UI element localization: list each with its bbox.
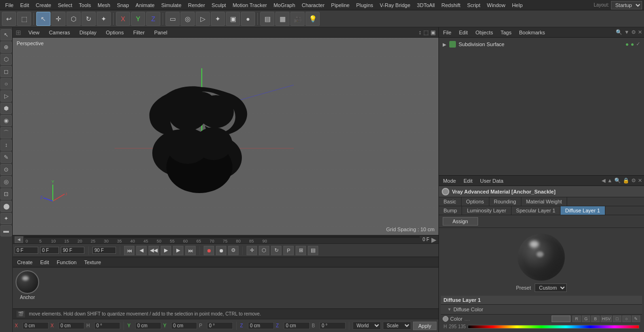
menu-help[interactable]: Help	[509, 1, 526, 9]
particle-button[interactable]: ●	[241, 12, 255, 26]
attr-back-icon[interactable]: ◀	[602, 178, 605, 184]
left-tool-5[interactable]: ○	[0, 78, 12, 89]
x-size-input[interactable]	[58, 322, 84, 329]
play-backward-button[interactable]: ◀◀	[149, 246, 159, 255]
timeline-expand[interactable]: ▶	[431, 236, 437, 243]
layout-dropdown[interactable]: Startup	[611, 1, 642, 9]
color-tool-1[interactable]: R	[572, 316, 581, 322]
color-tool-2[interactable]: G	[582, 316, 590, 322]
x-axis-button[interactable]: X	[116, 12, 130, 26]
attr-tab-material-weight[interactable]: Material Weight	[521, 197, 567, 206]
obj-search-icon[interactable]: 🔍	[616, 29, 622, 35]
grid-key-button[interactable]: ⊞	[296, 246, 306, 255]
coord-scale-dropdown[interactable]: Scale Size	[383, 322, 411, 330]
attr-tab-rounding[interactable]: Rounding	[489, 197, 521, 206]
attr-tab-diffuse[interactable]: Diffuse Layer 1	[561, 206, 605, 215]
z-size-input[interactable]	[284, 322, 310, 329]
menu-vray[interactable]: V-Ray Bridge	[377, 1, 414, 9]
y-axis-button[interactable]: Y	[131, 12, 145, 26]
b-rotation-input[interactable]	[320, 322, 346, 329]
render-settings-button[interactable]: ▦	[275, 12, 289, 26]
left-tool-7[interactable]: ⬢	[0, 103, 12, 114]
record-auto-button[interactable]: ⏺	[216, 246, 226, 255]
timeline-track[interactable]: 0 5 10 15 20 25 30 35 40 45 50 55 60 65 …	[24, 236, 420, 243]
left-tool-12[interactable]: ⊙	[0, 164, 12, 175]
vp-menu-cameras[interactable]: Cameras	[47, 29, 73, 36]
menu-simulate[interactable]: Simulate	[158, 1, 185, 9]
assign-button[interactable]: Assign	[443, 217, 478, 226]
mat-texture-menu[interactable]: Texture	[82, 259, 103, 266]
menu-redshift[interactable]: Redshift	[438, 1, 463, 9]
y-position-input[interactable]	[135, 322, 161, 329]
menu-animate[interactable]: Animate	[132, 1, 158, 9]
move-key-button[interactable]: ✛	[247, 246, 257, 255]
3d-viewport[interactable]: Perspective	[13, 38, 438, 235]
menu-script[interactable]: Script	[464, 1, 484, 9]
attr-tab-specular[interactable]: Specular Layer 1	[512, 206, 561, 215]
menu-3dtoall[interactable]: 3DToAll	[413, 1, 438, 9]
diffuse-expand-icon[interactable]: ▼	[447, 307, 452, 312]
vp-menu-filter[interactable]: Filter	[131, 29, 147, 36]
camera-button[interactable]: 🎥	[290, 12, 305, 26]
attr-up-icon[interactable]: ▲	[607, 178, 612, 184]
step-back-button[interactable]: ◀	[136, 246, 147, 255]
attr-tab-luminosity[interactable]: Luminosity Layer	[462, 206, 511, 215]
attr-tab-bump[interactable]: Bump	[439, 206, 462, 215]
left-tool-16[interactable]: ✦	[0, 213, 12, 224]
attr-settings-icon[interactable]: ⚙	[631, 178, 636, 184]
p-rotation-input[interactable]	[207, 322, 233, 329]
attr-close-icon[interactable]: ✕	[638, 178, 642, 184]
color-eyedropper[interactable]: ✎	[632, 316, 640, 322]
rotate-tool-button[interactable]: ↻	[82, 12, 96, 26]
obj-bookmarks-menu[interactable]: Bookmarks	[517, 29, 547, 36]
vp-menu-display[interactable]: Display	[77, 29, 99, 36]
menu-select[interactable]: Select	[55, 1, 76, 9]
end-frame-input[interactable]	[61, 247, 84, 254]
left-tool-13[interactable]: ◎	[0, 176, 12, 187]
menu-edit[interactable]: Edit	[17, 1, 33, 9]
obj-edit-menu[interactable]: Edit	[456, 29, 470, 36]
current-frame-input[interactable]	[40, 247, 59, 254]
obj-render-icon[interactable]: ●	[631, 41, 634, 48]
attr-tab-options[interactable]: Options	[462, 197, 489, 206]
color-picker-2[interactable]: ○	[622, 316, 631, 322]
menu-character[interactable]: Character	[298, 1, 328, 9]
menu-pipeline[interactable]: Pipeline	[328, 1, 353, 9]
vp-menu-view[interactable]: View	[26, 29, 42, 36]
material-item-anchor[interactable]: Anchor	[16, 270, 39, 300]
color-swatch[interactable]	[552, 316, 570, 322]
color-hsv[interactable]: HSV	[601, 316, 612, 322]
goto-start-button[interactable]: ⏮	[124, 246, 134, 255]
obj-tags-menu[interactable]: Tags	[498, 29, 514, 36]
left-tool-11[interactable]: ✎	[0, 152, 12, 163]
all-key-button[interactable]: P	[283, 246, 294, 255]
select-tool-button[interactable]: ↖	[36, 12, 50, 26]
menu-create[interactable]: Create	[33, 1, 55, 9]
record-settings-button[interactable]: ⚙	[228, 246, 239, 255]
menu-window[interactable]: Window	[484, 1, 509, 9]
light-button[interactable]: 💡	[305, 12, 320, 26]
goto-end-button[interactable]: ⏭	[185, 246, 196, 255]
obj-check-icon[interactable]: ✓	[636, 41, 640, 48]
undo-button[interactable]: ↩	[2, 12, 16, 26]
obj-filter-icon[interactable]: ▼	[624, 29, 629, 35]
obj-file-menu[interactable]: File	[441, 29, 454, 36]
vp-menu-panel[interactable]: Panel	[152, 29, 170, 36]
obj-close-icon[interactable]: ✕	[638, 29, 642, 35]
left-tool-select[interactable]: ↖	[0, 29, 12, 40]
viewport-icon-1[interactable]: ↕	[419, 29, 421, 36]
vp-menu-options[interactable]: Options	[104, 29, 126, 36]
redo-button[interactable]: ⬚	[17, 12, 31, 26]
menu-snap[interactable]: Snap	[114, 1, 132, 9]
apply-button[interactable]: Apply	[413, 322, 437, 330]
viewport-icon-2[interactable]: ⬚	[423, 29, 429, 36]
object-item-subdivision[interactable]: ▶ Subdivision Surface ● ● ✓	[441, 40, 642, 49]
rotate-key-button[interactable]: ↻	[271, 246, 281, 255]
h-color-bar[interactable]	[468, 325, 639, 329]
left-tool-17[interactable]: ▬	[0, 225, 12, 236]
left-tool-8[interactable]: ◉	[0, 115, 12, 126]
left-tool-2[interactable]: ⊕	[0, 41, 12, 53]
primitive-button[interactable]: ▭	[165, 12, 180, 26]
mat-create-menu[interactable]: Create	[15, 259, 35, 266]
deformer-button[interactable]: ✦	[211, 12, 225, 26]
